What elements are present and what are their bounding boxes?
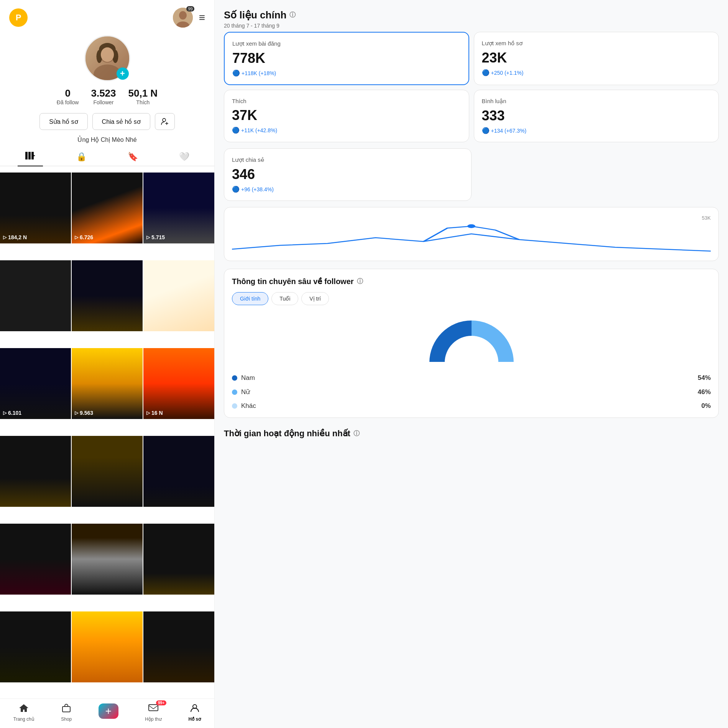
video-cell-8[interactable]: ▷ 16 N xyxy=(143,348,214,419)
likes-value: 50,1 N xyxy=(128,87,158,99)
svg-rect-14 xyxy=(149,705,158,711)
add-avatar-button[interactable]: + xyxy=(117,67,129,80)
bottom-nav: Trang chủ Shop + 99+ Hộp thư Hồ sơ xyxy=(0,698,214,728)
chart-section: 53K xyxy=(224,207,719,261)
add-friend-button[interactable] xyxy=(155,113,175,130)
video-cell-14[interactable] xyxy=(143,524,214,595)
metric-change-3: 🔵 +134 (+67.3%) xyxy=(482,127,711,134)
donut-chart xyxy=(232,313,711,366)
video-cell-7[interactable]: ▷ 9.563 xyxy=(72,348,143,419)
tab-liked[interactable]: 🤍 xyxy=(171,148,197,166)
gender-label-2: Khác xyxy=(241,402,256,410)
gender-label-1: Nữ xyxy=(241,388,250,396)
video-cell-5[interactable] xyxy=(143,260,214,331)
metric-change-0: 🔵 +118K (+18%) xyxy=(232,69,461,77)
gender-item-0: Nam 54% xyxy=(232,374,711,382)
right-panel: Số liệu chính ⓘ 20 tháng 7 - 17 tháng 9 … xyxy=(215,0,728,728)
filter-location[interactable]: Vị trí xyxy=(301,292,329,305)
stats-row: 0 Đã follow 3.523 Follower 50,1 N Thích xyxy=(57,87,158,105)
follow-value: 0 xyxy=(65,87,70,99)
gender-pct-2: 0% xyxy=(701,402,711,410)
video-cell-11[interactable] xyxy=(143,436,214,507)
follow-stat: 0 Đã follow xyxy=(57,87,79,105)
video-count-8: ▷ 16 N xyxy=(146,410,163,416)
follower-info-icon[interactable]: ⓘ xyxy=(357,278,363,286)
metric-label-1: Lượt xem hồ sơ xyxy=(482,40,711,47)
nav-profile[interactable]: Hồ sơ xyxy=(189,703,201,722)
nav-home-label: Trang chủ xyxy=(13,716,35,722)
follower-value: 3.523 xyxy=(91,87,116,99)
video-cell-12[interactable] xyxy=(0,524,71,595)
nav-create[interactable]: + xyxy=(99,703,118,722)
video-cell-1[interactable]: ▷ 6.726 xyxy=(72,173,143,243)
video-cell-16[interactable] xyxy=(72,611,143,682)
gender-dot-0 xyxy=(232,375,237,381)
svg-point-7 xyxy=(100,48,113,62)
metric-change-2: 🔵 +11K (+42.8%) xyxy=(232,127,461,134)
video-cell-17[interactable] xyxy=(143,611,214,682)
edit-profile-button[interactable]: Sửa hồ sơ xyxy=(39,113,87,130)
video-cell-6[interactable]: ▷ 6.101 xyxy=(0,348,71,419)
shop-icon xyxy=(61,703,72,715)
metric-card-1: Lượt xem hồ sơ 23K 🔵 +250 (+1.1%) xyxy=(474,32,719,85)
menu-button[interactable]: ≡ xyxy=(199,12,205,24)
likes-label: Thích xyxy=(136,99,150,105)
active-info-icon[interactable]: ⓘ xyxy=(353,430,360,438)
likes-stat: 50,1 N Thích xyxy=(128,87,158,105)
video-count-7: ▷ 9.563 xyxy=(75,410,93,416)
follower-title: Thông tin chuyên sâu về follower ⓘ xyxy=(232,277,711,286)
video-cell-10[interactable] xyxy=(72,436,143,507)
follow-label: Đã follow xyxy=(57,99,79,105)
section-header: Số liệu chính ⓘ 20 tháng 7 - 17 tháng 9 xyxy=(224,0,719,32)
svg-point-0 xyxy=(179,11,187,20)
video-cell-3[interactable] xyxy=(0,260,71,331)
home-icon xyxy=(18,703,29,715)
bio-text: Ủng Hộ Chị Mèo Nhé xyxy=(77,136,136,143)
nav-inbox-label: Hộp thư xyxy=(145,716,162,722)
info-icon[interactable]: ⓘ xyxy=(289,11,296,19)
video-cell-0[interactable]: ▷ 184,2 N xyxy=(0,173,71,243)
active-section-title: Thời gian hoạt động nhiều nhất ⓘ xyxy=(224,426,719,442)
tab-private[interactable]: 🔒 xyxy=(69,148,94,166)
gender-dot-2 xyxy=(232,403,237,409)
notification-badge: 99 xyxy=(186,6,194,12)
left-header: P 99 ≡ xyxy=(0,0,214,31)
filter-gender[interactable]: Giới tính xyxy=(232,292,268,305)
metric-change-1: 🔵 +250 (+1.1%) xyxy=(482,69,711,76)
follower-stat: 3.523 Follower xyxy=(91,87,116,105)
follower-section: Thông tin chuyên sâu về follower ⓘ Giới … xyxy=(224,269,719,418)
avatar-large-wrapper: + xyxy=(84,35,130,81)
svg-point-16 xyxy=(467,224,475,228)
video-count-6: ▷ 6.101 xyxy=(3,410,21,416)
svg-marker-12 xyxy=(34,155,35,156)
tab-videos[interactable] xyxy=(18,148,43,166)
left-panel: P 99 ≡ xyxy=(0,0,215,728)
metric-label-0: Lượt xem bài đăng xyxy=(232,40,461,47)
video-cell-13[interactable] xyxy=(72,524,143,595)
video-cell-4[interactable] xyxy=(72,260,143,331)
create-button[interactable]: + xyxy=(99,703,118,719)
video-count-0: ▷ 184,2 N xyxy=(3,234,27,240)
tab-saved[interactable]: 🔖 xyxy=(120,148,146,166)
share-metric-value: 346 xyxy=(232,166,463,182)
share-metric-card: Lượt chia sẻ 346 🔵 +96 (+38.4%) xyxy=(224,148,472,201)
video-grid: ▷ 184,2 N▷ 6.726▷ 5.715▷ 6.101▷ 9.563▷ 1… xyxy=(0,173,214,698)
video-cell-9[interactable] xyxy=(0,436,71,507)
svg-rect-17 xyxy=(426,362,518,366)
svg-point-1 xyxy=(176,21,190,28)
follower-label: Follower xyxy=(94,99,114,105)
filter-age[interactable]: Tuổi xyxy=(271,292,298,305)
video-cell-15[interactable] xyxy=(0,611,71,682)
premium-icon: P xyxy=(9,8,28,27)
video-count-2: ▷ 5.715 xyxy=(146,234,165,240)
metrics-grid: Lượt xem bài đăng 778K 🔵 +118K (+18%) Lư… xyxy=(224,32,719,142)
nav-inbox[interactable]: 99+ Hộp thư xyxy=(145,703,162,722)
nav-shop[interactable]: Shop xyxy=(61,703,72,722)
metric-label-2: Thích xyxy=(232,98,461,104)
nav-home[interactable]: Trang chủ xyxy=(13,703,35,722)
gender-pct-0: 54% xyxy=(698,374,711,382)
video-cell-2[interactable]: ▷ 5.715 xyxy=(143,173,214,243)
metric-card-2: Thích 37K 🔵 +11K (+42.8%) xyxy=(224,90,469,142)
svg-rect-9 xyxy=(25,152,28,159)
share-profile-button[interactable]: Chia sẻ hồ sơ xyxy=(92,113,150,130)
